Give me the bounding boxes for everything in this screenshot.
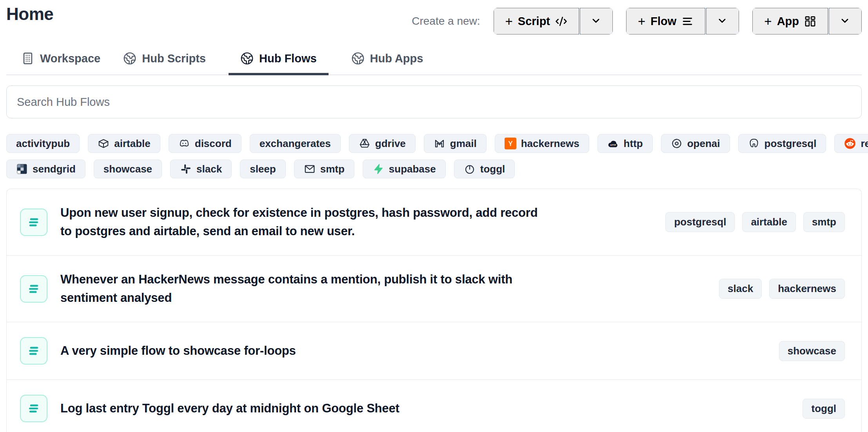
tab-hub-apps[interactable]: Hub Apps — [351, 52, 423, 74]
supabase-icon — [372, 163, 384, 175]
flow-tag: postgresql — [665, 212, 735, 232]
search-input[interactable] — [6, 85, 862, 118]
flow-icon — [20, 275, 47, 303]
flow-icon — [20, 337, 47, 365]
filter-chip-label: sleep — [250, 163, 276, 175]
tab-label: Hub Apps — [370, 52, 423, 65]
filter-chip-label: openai — [687, 138, 720, 150]
filter-chip-sendgrid[interactable]: sendgrid — [6, 160, 85, 178]
globe-icon — [351, 52, 365, 65]
plus-icon: + — [638, 15, 645, 28]
create-flow-button[interactable]: +Flow — [626, 8, 705, 34]
create-buttons: +Script+Flow+App — [494, 8, 862, 34]
filter-chip-label: activitypub — [16, 138, 70, 150]
tab-workspace[interactable]: Workspace — [21, 52, 100, 74]
flow-tags: postgresqlairtablesmtp — [665, 212, 845, 232]
filter-chip-label: gmail — [450, 138, 477, 150]
hub-flows-page: Home Create a new: +Script+Flow+App Work… — [0, 0, 868, 432]
http-icon: HTTP — [607, 138, 619, 149]
filter-chip-activitypub[interactable]: activitypub — [6, 134, 80, 153]
filter-chip-openai[interactable]: openai — [661, 134, 730, 153]
filter-chip-postgresql[interactable]: postgresql — [738, 134, 826, 153]
flow-list-item[interactable]: Upon new user signup, check for existenc… — [7, 189, 861, 255]
chevron-down-icon — [590, 15, 603, 27]
filter-chip-label: smtp — [320, 163, 345, 175]
filter-chip-label: slack — [196, 163, 222, 175]
tab-hub-flows[interactable]: Hub Flows — [229, 52, 329, 75]
filter-chip-airtable[interactable]: airtable — [88, 134, 160, 153]
filter-chip-label: airtable — [114, 138, 151, 150]
plus-icon: + — [764, 15, 772, 28]
filter-chip-gdrive[interactable]: gdrive — [349, 134, 416, 153]
filter-chip-toggl[interactable]: toggl — [454, 160, 515, 178]
sendgrid-icon — [16, 163, 28, 175]
filter-chip-hackernews[interactable]: hackernews — [495, 134, 589, 153]
tab-hub-scripts[interactable]: Hub Scripts — [123, 52, 206, 74]
reddit-icon — [844, 138, 856, 149]
create-app-button[interactable]: +App — [752, 8, 828, 34]
filter-chip-http[interactable]: HTTPhttp — [597, 134, 653, 153]
plus-icon: + — [505, 15, 513, 28]
create-script-button-group: +Script — [494, 8, 613, 34]
chevron-down-icon — [839, 15, 852, 27]
filter-chip-gmail[interactable]: gmail — [424, 134, 487, 153]
filter-chip-label: exchangerates — [260, 138, 331, 150]
filter-chip-supabase[interactable]: supabase — [363, 160, 446, 178]
hackernews-icon — [505, 138, 516, 149]
filter-chip-smtp[interactable]: smtp — [294, 160, 354, 178]
filter-chip-label: sendgrid — [33, 163, 76, 175]
discord-icon — [178, 138, 190, 149]
flow-title: Log last entry Toggl every day at midnig… — [60, 399, 399, 418]
tab-bar: WorkspaceHub ScriptsHub FlowsHub Apps — [6, 52, 862, 75]
tab-label: Hub Flows — [259, 52, 317, 65]
bars-icon — [681, 15, 694, 27]
create-script-button[interactable]: +Script — [494, 8, 579, 34]
flow-list: Upon new user signup, check for existenc… — [6, 189, 862, 432]
chevron-down-icon — [717, 15, 729, 27]
flow-tag: airtable — [742, 212, 796, 232]
smtp-icon — [304, 163, 316, 175]
create-area: Create a new: +Script+Flow+App — [412, 8, 862, 34]
flow-tag: hackernews — [769, 279, 845, 299]
filter-chip-label: http — [624, 138, 643, 150]
flow-list-item[interactable]: Log last entry Toggl every day at midnig… — [7, 379, 861, 432]
tab-label: Hub Scripts — [142, 52, 206, 65]
globe-icon — [123, 52, 136, 65]
flow-tags: toggl — [803, 399, 845, 419]
filter-chip-slack[interactable]: slack — [170, 160, 232, 178]
flow-tag: slack — [719, 279, 762, 299]
grid-icon — [804, 15, 816, 27]
postgresql-icon — [748, 138, 760, 149]
header: Home Create a new: +Script+Flow+App — [6, 0, 862, 34]
search-wrap — [6, 85, 862, 118]
openai-icon — [671, 138, 683, 149]
create-app-dropdown-button[interactable] — [829, 8, 862, 34]
filter-chip-sleep[interactable]: sleep — [240, 160, 286, 178]
filter-chip-exchangerates[interactable]: exchangerates — [250, 134, 341, 153]
flow-tags: showcase — [779, 341, 845, 361]
filter-chip-discord[interactable]: discord — [169, 134, 242, 153]
filter-chip-reddit[interactable]: reddit — [834, 134, 868, 153]
create-flow-button-group: +Flow — [626, 8, 739, 34]
gdrive-icon — [359, 138, 370, 149]
flow-icon — [20, 209, 47, 236]
filter-chip-label: hackernews — [521, 138, 579, 150]
page-title: Home — [6, 5, 53, 24]
filter-chip-label: showcase — [104, 163, 152, 175]
tab-label: Workspace — [40, 52, 100, 65]
flow-title: Whenever an HackerNews message contains … — [60, 270, 543, 307]
flow-list-item[interactable]: A very simple flow to showcase for-loops… — [7, 322, 861, 379]
svg-text:HTTP: HTTP — [610, 144, 616, 146]
filter-chip-row: activitypubairtablediscordexchangeratesg… — [6, 134, 862, 153]
filter-chip-label: supabase — [389, 163, 436, 175]
filter-chip-label: discord — [195, 138, 232, 150]
create-button-label: Script — [518, 15, 550, 28]
create-flow-dropdown-button[interactable] — [706, 8, 739, 34]
flow-tags: slackhackernews — [719, 279, 845, 299]
flow-tag: showcase — [779, 341, 845, 361]
flow-list-item[interactable]: Whenever an HackerNews message contains … — [7, 255, 861, 322]
create-script-dropdown-button[interactable] — [580, 8, 613, 34]
filter-chip-label: toggl — [480, 163, 505, 175]
filter-chip-showcase[interactable]: showcase — [94, 160, 162, 178]
filter-chip-label: postgresql — [764, 138, 817, 150]
